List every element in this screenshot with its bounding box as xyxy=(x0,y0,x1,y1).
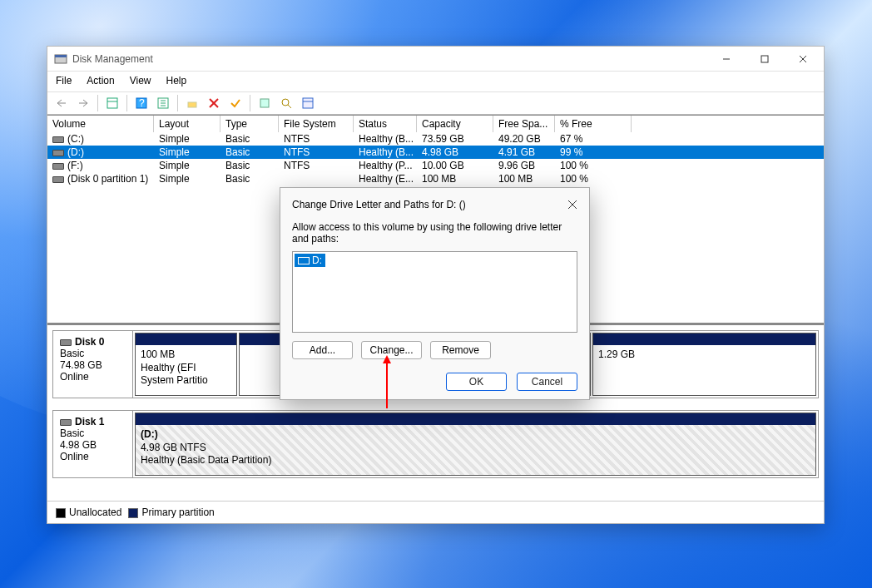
remove-button[interactable]: Remove xyxy=(430,341,491,359)
add-button[interactable]: Add... xyxy=(292,341,353,359)
titlebar: Disk Management xyxy=(47,47,824,72)
menubar: File Action View Help xyxy=(47,72,824,91)
dialog-close-button[interactable] xyxy=(562,195,582,215)
close-button[interactable] xyxy=(784,47,822,71)
wizard-icon[interactable] xyxy=(183,94,201,112)
disk-row: Disk 1Basic4.98 GBOnline(D:)4.98 GB NTFS… xyxy=(52,410,819,478)
delete-icon[interactable] xyxy=(205,94,223,112)
legend-unallocated: Unallocated xyxy=(69,506,121,518)
drive-path-item[interactable]: D: xyxy=(295,254,325,267)
view-icon[interactable] xyxy=(103,94,121,112)
menu-help[interactable]: Help xyxy=(166,75,187,86)
menu-view[interactable]: View xyxy=(130,75,151,86)
volume-row[interactable]: (Disk 0 partition 1)SimpleBasicHealthy (… xyxy=(47,172,824,185)
action1-icon[interactable] xyxy=(255,94,274,112)
menu-action[interactable]: Action xyxy=(87,75,114,86)
col-free-space[interactable]: Free Spa... xyxy=(493,116,555,132)
svg-rect-1 xyxy=(55,55,67,57)
col-file-system[interactable]: File System xyxy=(279,116,354,132)
col-volume[interactable]: Volume xyxy=(47,116,154,132)
check-icon[interactable] xyxy=(226,94,245,112)
dialog-message: Allow access to this volume by using the… xyxy=(280,218,589,250)
svg-point-15 xyxy=(282,99,289,106)
col-capacity[interactable]: Capacity xyxy=(417,116,493,132)
col-percent-free[interactable]: % Free xyxy=(555,116,632,132)
ok-button[interactable]: OK xyxy=(446,373,507,391)
volume-row[interactable]: (C:)SimpleBasicNTFSHealthy (B...73.59 GB… xyxy=(47,132,824,146)
drive-icon xyxy=(298,257,310,264)
volume-row[interactable]: (F:)SimpleBasicNTFSHealthy (P...10.00 GB… xyxy=(47,159,824,172)
toolbar: ? xyxy=(47,91,824,115)
svg-rect-3 xyxy=(761,56,768,62)
svg-text:?: ? xyxy=(139,97,145,109)
legend-primary: Primary partition xyxy=(141,506,214,518)
volume-row[interactable]: (D:)SimpleBasicNTFSHealthy (B...4.98 GB4… xyxy=(47,146,824,159)
cancel-button[interactable]: Cancel xyxy=(517,373,577,391)
volume-list-header: Volume Layout Type File System Status Ca… xyxy=(47,115,824,132)
help-icon[interactable]: ? xyxy=(132,94,151,112)
partition[interactable]: (D:)4.98 GB NTFSHealthy (Basic Data Part… xyxy=(135,413,816,476)
change-button[interactable]: Change... xyxy=(361,341,422,359)
svg-rect-17 xyxy=(303,98,313,108)
change-drive-letter-dialog: Change Drive Letter and Paths for D: () … xyxy=(280,187,590,400)
col-layout[interactable]: Layout xyxy=(154,116,220,132)
svg-line-16 xyxy=(288,105,291,108)
partition[interactable]: 1.29 GB xyxy=(592,333,816,396)
app-icon xyxy=(54,52,67,66)
col-type[interactable]: Type xyxy=(220,116,279,132)
minimize-button[interactable] xyxy=(707,47,746,71)
unallocated-swatch xyxy=(56,508,66,518)
primary-swatch xyxy=(128,508,138,518)
drive-paths-listbox[interactable]: D: xyxy=(292,251,577,333)
partition[interactable]: 100 MBHealthy (EFI System Partitio xyxy=(135,333,237,396)
svg-rect-14 xyxy=(260,99,269,107)
col-status[interactable]: Status xyxy=(354,116,417,132)
window-title: Disk Management xyxy=(72,53,707,65)
back-icon[interactable] xyxy=(52,94,71,112)
dialog-title: Change Drive Letter and Paths for D: () xyxy=(292,199,562,210)
menu-file[interactable]: File xyxy=(56,75,72,86)
svg-rect-6 xyxy=(107,98,117,108)
svg-rect-11 xyxy=(188,102,196,107)
search-icon[interactable] xyxy=(277,94,295,112)
legend: Unallocated Primary partition xyxy=(47,501,824,523)
forward-icon[interactable] xyxy=(74,94,92,112)
maximize-button[interactable] xyxy=(746,47,784,71)
refresh-icon[interactable] xyxy=(154,94,172,112)
action2-icon[interactable] xyxy=(299,94,317,112)
